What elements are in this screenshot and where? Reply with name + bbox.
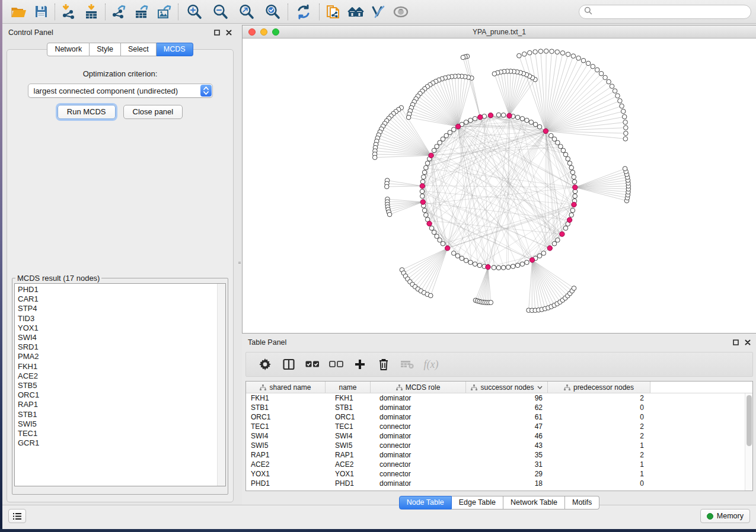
select-all-columns-icon[interactable] (305, 357, 320, 371)
network-node[interactable] (422, 170, 427, 175)
cell[interactable]: dominator (371, 413, 466, 421)
close-window-icon[interactable] (248, 28, 256, 36)
network-node[interactable] (492, 265, 496, 270)
refresh-layout-icon[interactable] (291, 3, 317, 21)
cell[interactable]: 29 (466, 470, 548, 478)
cell[interactable]: PHD1 (246, 479, 326, 488)
cell[interactable]: 1 (548, 470, 650, 478)
network-node[interactable] (372, 155, 377, 160)
zoom-out-icon[interactable] (207, 3, 233, 21)
network-node[interactable] (511, 264, 515, 269)
vertical-splitter[interactable] (238, 24, 242, 505)
result-list-item[interactable]: TID3 (18, 314, 225, 323)
network-node[interactable] (560, 51, 565, 56)
network-node[interactable] (576, 56, 581, 60)
network-node[interactable] (492, 72, 497, 76)
column-header-MCDS-role[interactable]: MCDS role (371, 382, 466, 393)
network-node[interactable] (435, 144, 439, 149)
cell[interactable]: dominator (371, 432, 466, 440)
network-node[interactable] (537, 254, 542, 258)
mcds-result-list[interactable]: PHD1CAR1STP4TID3YOX1SWI4SRD1PMA2FKH1ACE2… (14, 283, 226, 486)
network-node[interactable] (572, 175, 576, 180)
minimize-window-icon[interactable] (260, 28, 267, 36)
network-node[interactable] (621, 109, 626, 114)
float-panel-icon[interactable] (213, 30, 220, 36)
table-scrollbar-thumb[interactable] (747, 395, 752, 446)
network-node[interactable] (537, 124, 542, 129)
cell[interactable]: 0 (548, 403, 650, 412)
cell[interactable]: STB1 (326, 403, 371, 412)
network-node[interactable] (468, 118, 473, 123)
network-node[interactable] (406, 115, 411, 120)
mcds-node[interactable] (567, 217, 572, 222)
network-node[interactable] (515, 263, 520, 268)
table-row[interactable]: PHD1PHD1dominator180 (246, 479, 752, 488)
network-node[interactable] (623, 166, 627, 171)
network-node[interactable] (451, 251, 456, 256)
network-node[interactable] (550, 49, 554, 54)
column-header-predecessor-nodes[interactable]: predecessor nodes (548, 382, 650, 393)
network-node[interactable] (422, 208, 427, 213)
network-node[interactable] (541, 251, 546, 256)
unselect-all-columns-icon[interactable] (329, 357, 343, 371)
cell[interactable]: 35 (466, 451, 548, 459)
network-node[interactable] (570, 208, 575, 213)
cell[interactable]: SWI4 (326, 432, 371, 440)
network-node[interactable] (591, 64, 595, 69)
network-node[interactable] (533, 50, 538, 55)
cell[interactable]: 0 (548, 413, 650, 421)
mcds-node[interactable] (543, 129, 548, 133)
cell[interactable]: YOX1 (326, 470, 371, 478)
cell[interactable]: FKH1 (246, 394, 326, 402)
float-table-panel-icon[interactable] (732, 339, 739, 346)
network-node[interactable] (438, 238, 442, 242)
cell[interactable]: PHD1 (326, 479, 371, 488)
mcds-node[interactable] (547, 246, 552, 251)
network-node[interactable] (438, 140, 442, 145)
network-node[interactable] (586, 61, 591, 66)
network-node[interactable] (522, 52, 527, 57)
cell[interactable]: 0 (548, 479, 650, 488)
cell[interactable]: RAP1 (326, 451, 371, 459)
cell[interactable]: SWI5 (326, 441, 371, 450)
network-node[interactable] (599, 71, 604, 76)
result-list-item[interactable]: SWI4 (18, 333, 225, 342)
network-node[interactable] (623, 137, 628, 142)
result-list-item[interactable]: YOX1 (18, 323, 225, 333)
hide-selected-icon[interactable] (367, 3, 390, 21)
network-node[interactable] (420, 194, 425, 198)
network-node[interactable] (555, 50, 560, 55)
network-node[interactable] (496, 113, 501, 117)
cell[interactable]: ORC1 (326, 413, 371, 421)
table-scrollbar[interactable] (745, 393, 752, 491)
network-node[interactable] (515, 115, 520, 120)
network-node[interactable] (520, 262, 525, 267)
network-node[interactable] (429, 226, 434, 230)
result-list-item[interactable]: TEC1 (18, 429, 225, 438)
network-node[interactable] (533, 122, 538, 127)
network-node[interactable] (618, 98, 623, 103)
network-node[interactable] (624, 131, 629, 136)
network-node[interactable] (385, 184, 390, 189)
mcds-node[interactable] (560, 232, 564, 236)
export-table-icon[interactable] (130, 3, 153, 21)
zoom-selected-icon[interactable] (259, 3, 285, 21)
network-node[interactable] (461, 55, 465, 60)
network-node[interactable] (528, 50, 532, 55)
mcds-node[interactable] (427, 221, 432, 226)
mcds-node[interactable] (429, 153, 433, 158)
cell[interactable]: 46 (466, 432, 548, 440)
tab-mcds[interactable]: MCDS (157, 43, 193, 56)
mcds-node[interactable] (445, 246, 450, 251)
tab-node-table[interactable]: Node Table (399, 496, 452, 509)
network-node[interactable] (549, 133, 554, 138)
cell[interactable]: 43 (466, 441, 548, 450)
network-node[interactable] (603, 75, 608, 80)
tab-network-table[interactable]: Network Table (503, 496, 565, 509)
add-column-icon[interactable] (353, 357, 367, 371)
criterion-dropdown[interactable]: largest connected component (undirected) (28, 84, 213, 98)
network-node[interactable] (595, 68, 599, 72)
network-node[interactable] (422, 175, 426, 180)
table-row[interactable]: TEC1TEC1connector472 (246, 422, 752, 431)
cell[interactable]: 61 (466, 413, 548, 421)
